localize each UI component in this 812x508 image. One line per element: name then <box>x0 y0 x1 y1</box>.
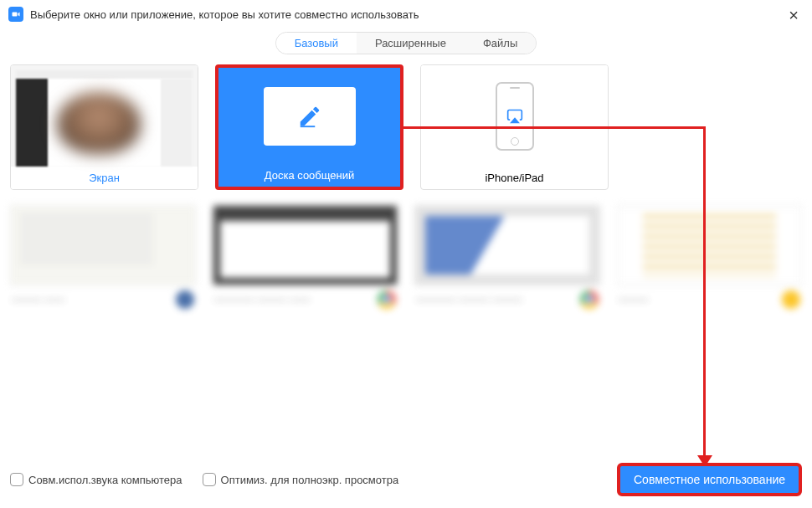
dialog-footer: Совм.испол.звука компьютера Оптимиз. для… <box>0 454 812 508</box>
checkbox-icon <box>203 473 216 486</box>
tabs-bar: Базовый Расширенные Файлы <box>0 32 812 54</box>
whiteboard-thumbnail <box>218 68 400 164</box>
svg-rect-1 <box>300 126 315 127</box>
tab-group: Базовый Расширенные Файлы <box>275 32 537 54</box>
app-window-4[interactable]: ——— <box>617 205 803 314</box>
share-button[interactable]: Совместное использование <box>617 463 802 496</box>
option-screen-label: Экран <box>11 167 198 189</box>
close-button[interactable]: × <box>784 5 804 25</box>
iphone-thumbnail <box>421 65 608 167</box>
option-whiteboard-label: Доска сообщений <box>218 164 400 187</box>
checkbox-icon <box>10 473 23 486</box>
dialog-header: Выберите окно или приложение, которое вы… <box>0 0 812 28</box>
option-whiteboard[interactable]: Доска сообщений <box>215 64 403 190</box>
checkbox-share-audio-label: Совм.испол.звука компьютера <box>28 474 182 486</box>
checkbox-optimize-video-label: Оптимиз. для полноэкр. просмотра <box>221 474 399 486</box>
tab-basic[interactable]: Базовый <box>276 33 357 54</box>
dialog-title: Выберите окно или приложение, которое вы… <box>30 8 419 21</box>
app-window-1[interactable]: ——— —— <box>10 205 196 314</box>
tab-files[interactable]: Файлы <box>465 33 536 54</box>
checkbox-share-audio[interactable]: Совм.испол.звука компьютера <box>10 473 182 486</box>
zoom-icon <box>8 7 23 22</box>
svg-rect-0 <box>13 13 18 17</box>
svg-marker-2 <box>511 118 517 122</box>
option-screen[interactable]: Экран <box>10 64 198 190</box>
screen-thumbnail <box>11 65 198 167</box>
annotation-line-vertical <box>703 126 706 457</box>
app-window-2[interactable]: ———— ——— —— <box>213 205 398 314</box>
tab-advanced[interactable]: Расширенные <box>357 33 465 54</box>
app-windows-row: ——— —— ———— ——— —— ———— ——— ——— ——— <box>0 205 812 314</box>
pencil-icon <box>297 104 322 129</box>
checkbox-optimize-video[interactable]: Оптимиз. для полноэкр. просмотра <box>203 473 399 486</box>
annotation-line-horizontal <box>400 126 706 129</box>
airplay-icon <box>506 108 523 125</box>
option-iphone-label: iPhone/iPad <box>421 167 608 189</box>
app-window-3[interactable]: ———— ——— ——— <box>414 205 600 314</box>
